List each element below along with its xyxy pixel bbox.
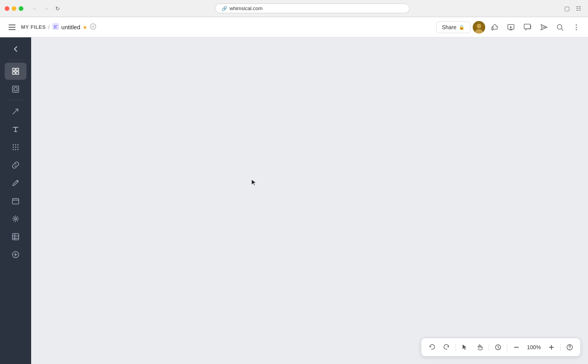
- back-nav-button[interactable]: ←: [30, 4, 40, 13]
- mouse-cursor: [250, 179, 258, 186]
- link-tool-button[interactable]: [5, 157, 26, 174]
- breadcrumb: MY FILES / untitled ★: [21, 23, 96, 32]
- svg-rect-34: [12, 234, 19, 240]
- back-button[interactable]: [5, 40, 26, 58]
- zoom-level[interactable]: 100%: [525, 344, 543, 350]
- maximize-button[interactable]: [19, 6, 23, 11]
- svg-point-15: [576, 26, 577, 28]
- svg-rect-19: [12, 72, 15, 74]
- svg-rect-17: [12, 68, 15, 71]
- breadcrumb-current: untitled ★: [52, 23, 96, 32]
- svg-point-23: [13, 144, 14, 146]
- send-button[interactable]: [537, 20, 551, 34]
- svg-point-26: [13, 147, 14, 148]
- svg-rect-5: [54, 26, 56, 27]
- url-text: whimsical.com: [230, 5, 263, 11]
- present-button[interactable]: [504, 20, 518, 34]
- canvas-area[interactable]: 100%: [31, 37, 588, 364]
- my-files-link[interactable]: MY FILES: [21, 24, 46, 30]
- container-tool-button[interactable]: [5, 192, 26, 209]
- browser-chrome: ← → ↻ 🔗 whimsical.com ▢ ☷: [0, 0, 588, 17]
- add-tool-button[interactable]: [5, 246, 26, 263]
- redo-button[interactable]: [440, 341, 453, 354]
- grid-tool-button[interactable]: [5, 139, 26, 156]
- more-options-button[interactable]: [569, 20, 583, 34]
- svg-point-25: [18, 144, 19, 146]
- lock-icon: 🔒: [459, 25, 465, 30]
- sync-status-icon: [90, 23, 96, 31]
- header-right: Share 🔒: [436, 20, 583, 34]
- toolbar-divider-1: [9, 60, 23, 60]
- svg-rect-2: [9, 29, 16, 30]
- ai-tool-button[interactable]: [5, 210, 26, 227]
- svg-rect-12: [524, 24, 530, 29]
- like-button[interactable]: [488, 20, 502, 34]
- svg-rect-4: [54, 25, 58, 26]
- minimize-button[interactable]: [12, 6, 16, 11]
- bottom-divider-3: [507, 343, 507, 351]
- svg-point-13: [557, 25, 562, 29]
- bookmark-button[interactable]: ▢: [562, 4, 572, 14]
- svg-point-9: [477, 24, 481, 28]
- svg-point-38: [569, 348, 570, 349]
- breadcrumb-separator: /: [48, 24, 50, 30]
- search-button[interactable]: [553, 20, 567, 34]
- svg-point-28: [18, 147, 19, 148]
- bottom-divider-4: [560, 343, 561, 351]
- table-tool-button[interactable]: [5, 228, 26, 245]
- bottom-toolbar: 100%: [421, 338, 580, 356]
- app-body: 100%: [0, 37, 588, 364]
- share-button[interactable]: Share 🔒: [436, 21, 470, 33]
- share-label: Share: [442, 24, 456, 30]
- address-bar[interactable]: 🔗 whimsical.com: [215, 4, 410, 13]
- app-header: MY FILES / untitled ★: [0, 17, 588, 37]
- cursor-tool-button[interactable]: [458, 341, 472, 354]
- history-button[interactable]: [491, 341, 505, 354]
- pencil-tool-button[interactable]: [5, 174, 26, 192]
- arrow-tool-button[interactable]: [5, 103, 26, 120]
- browser-actions: ▢ ☷: [562, 4, 583, 14]
- svg-rect-21: [12, 86, 19, 92]
- left-toolbar: [0, 37, 31, 364]
- menu-button[interactable]: [6, 22, 18, 32]
- doc-type-icon: [52, 23, 59, 32]
- svg-point-24: [15, 144, 16, 146]
- select-tool-button[interactable]: [5, 63, 26, 80]
- avatar[interactable]: [473, 21, 485, 33]
- svg-point-27: [15, 147, 16, 148]
- comment-button[interactable]: [520, 20, 534, 34]
- zoom-in-button[interactable]: [545, 341, 558, 354]
- browser-nav: ← → ↻: [30, 4, 62, 13]
- window-controls: [5, 6, 23, 11]
- svg-point-31: [18, 149, 19, 150]
- text-tool-button[interactable]: [5, 121, 26, 138]
- frame-tool-button[interactable]: [5, 81, 26, 98]
- bottom-divider-1: [456, 343, 456, 351]
- svg-point-16: [576, 29, 577, 30]
- svg-rect-18: [16, 68, 19, 71]
- document-title[interactable]: untitled: [62, 24, 80, 30]
- svg-point-29: [13, 149, 14, 150]
- zoom-out-button[interactable]: [510, 341, 523, 354]
- bottom-divider-2: [489, 343, 489, 351]
- address-bar-wrapper: 🔗 whimsical.com: [65, 4, 559, 13]
- link-icon: 🔗: [222, 6, 227, 11]
- svg-rect-22: [14, 88, 17, 91]
- close-button[interactable]: [5, 6, 9, 11]
- header-left: MY FILES / untitled ★: [6, 22, 96, 32]
- svg-point-14: [576, 24, 577, 25]
- toolbar-divider-2: [9, 100, 23, 100]
- undo-button[interactable]: [425, 341, 438, 354]
- svg-point-33: [15, 218, 17, 220]
- svg-point-30: [15, 149, 16, 150]
- svg-rect-0: [9, 25, 16, 25]
- reload-button[interactable]: ↻: [53, 4, 62, 13]
- hand-tool-button[interactable]: [473, 341, 486, 354]
- svg-rect-6: [54, 28, 57, 28]
- svg-rect-20: [16, 72, 19, 74]
- favorite-icon[interactable]: ★: [83, 24, 88, 30]
- forward-nav-button[interactable]: →: [41, 4, 51, 13]
- help-button[interactable]: [563, 341, 576, 354]
- svg-rect-1: [9, 27, 16, 28]
- reader-button[interactable]: ☷: [574, 4, 583, 14]
